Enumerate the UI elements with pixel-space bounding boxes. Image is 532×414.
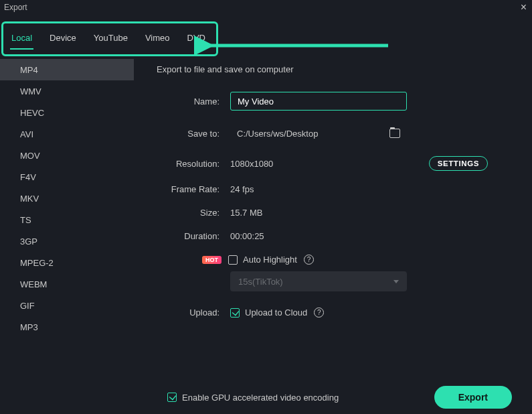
format-item-mov[interactable]: MOV <box>0 145 134 166</box>
chevron-down-icon <box>393 280 399 283</box>
close-icon[interactable]: × <box>521 1 527 13</box>
folder-icon <box>389 129 400 138</box>
format-item-webm[interactable]: WEBM <box>0 273 134 295</box>
gpu-checkbox[interactable] <box>167 393 177 402</box>
framerate-value: 24 fps <box>230 184 254 194</box>
size-label: Size: <box>157 208 230 218</box>
format-item-avi[interactable]: AVI <box>0 123 134 145</box>
auto-highlight-label: Auto Highlight <box>243 255 297 265</box>
help-icon[interactable]: ? <box>314 307 324 318</box>
tabbox-highlight: Local Device YouTube Vimeo DVD <box>1 21 218 56</box>
duration-value: 00:00:25 <box>230 231 264 241</box>
resolution-value: 1080x1080 <box>230 159 273 169</box>
tab-local[interactable]: Local <box>10 30 33 46</box>
format-item-wmv[interactable]: WMV <box>0 80 134 102</box>
tab-vimeo[interactable]: Vimeo <box>144 30 171 46</box>
format-item-gif[interactable]: GIF <box>0 295 134 316</box>
resolution-label: Resolution: <box>157 159 230 169</box>
format-item-f4v[interactable]: F4V <box>0 166 134 188</box>
hot-badge: HOT <box>202 256 221 264</box>
auto-highlight-preset-value: 15s(TikTok) <box>238 277 283 287</box>
format-item-ts[interactable]: TS <box>0 209 134 230</box>
format-item-mkv[interactable]: MKV <box>0 188 134 209</box>
gpu-label: Enable GPU accelerated video encoding <box>182 393 339 403</box>
help-icon[interactable]: ? <box>304 255 314 265</box>
tab-youtube[interactable]: YouTube <box>92 30 129 46</box>
tab-device[interactable]: Device <box>48 30 78 46</box>
settings-button[interactable]: SETTINGS <box>429 156 488 171</box>
format-item-mp3[interactable]: MP3 <box>0 316 134 338</box>
size-value: 15.7 MB <box>230 208 262 218</box>
upload-label: Upload: <box>157 307 230 318</box>
window-title: Export <box>4 3 27 12</box>
auto-highlight-checkbox[interactable] <box>228 255 238 265</box>
export-button[interactable]: Export <box>434 386 512 409</box>
duration-label: Duration: <box>157 231 230 241</box>
framerate-label: Frame Rate: <box>157 184 230 194</box>
format-item-3gp[interactable]: 3GP <box>0 230 134 252</box>
saveto-label: Save to: <box>157 129 230 139</box>
auto-highlight-preset-select: 15s(TikTok) <box>230 271 407 291</box>
name-label: Name: <box>157 96 230 107</box>
annotation-arrow-icon <box>194 29 395 56</box>
format-item-mp4[interactable]: MP4 <box>0 59 134 80</box>
format-sidebar: MP4 WMV HEVC AVI MOV F4V MKV TS 3GP MPEG… <box>0 56 134 381</box>
format-item-mpeg2[interactable]: MPEG-2 <box>0 252 134 273</box>
upload-cloud-label: Upload to Cloud <box>245 307 307 318</box>
export-heading: Export to file and save on computer <box>157 64 512 74</box>
tab-dvd[interactable]: DVD <box>186 30 207 46</box>
name-input[interactable] <box>230 92 407 111</box>
export-tabs: Local Device YouTube Vimeo DVD <box>0 15 532 51</box>
upload-cloud-checkbox[interactable] <box>230 308 240 318</box>
format-item-hevc[interactable]: HEVC <box>0 102 134 123</box>
saveto-picker[interactable]: C:/Users/ws/Desktop <box>230 124 407 143</box>
saveto-value: C:/Users/ws/Desktop <box>237 129 318 139</box>
